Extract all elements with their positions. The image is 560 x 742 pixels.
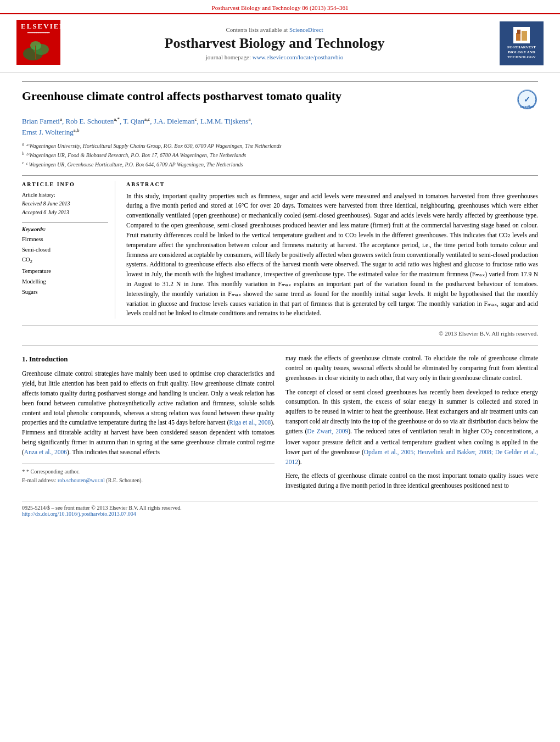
intro-para-right-2: The concept of closed or semi closed gre… xyxy=(285,388,538,467)
svg-rect-5 xyxy=(516,33,520,41)
article-body: ARTICLE INFO Article history: Received 8… xyxy=(22,175,538,319)
history-label: Article history: xyxy=(22,191,108,199)
journal-homepage: journal homepage: www.elsevier.com/locat… xyxy=(60,54,489,60)
affiliation-b: b ᵇ Wageningen UR, Food & Biobased Resea… xyxy=(22,150,538,160)
svg-text:✓: ✓ xyxy=(524,96,530,104)
doi-link[interactable]: http://dx.doi.org/10.1016/j.postharvbio.… xyxy=(22,511,136,517)
main-content: Greenhouse climate control affects posth… xyxy=(0,73,560,525)
contents-label: Contents lists available at xyxy=(226,26,288,33)
email-link[interactable]: rob.schouten@wur.nl xyxy=(58,477,105,483)
info-divider xyxy=(22,222,108,223)
footnote-corresponding: * * Corresponding author. xyxy=(22,467,275,476)
anza-ref[interactable]: Anza et al., 2006 xyxy=(24,449,67,455)
homepage-link[interactable]: www.elsevier.com/locate/postharvbio xyxy=(253,54,343,60)
introduction-section: 1. Introduction Greenhouse climate contr… xyxy=(22,354,538,495)
author-schouten: Rob E. Schouten xyxy=(65,117,114,125)
keyword-semi-closed: Semi-closed xyxy=(22,245,108,255)
header-center: Contents lists available at ScienceDirec… xyxy=(60,26,489,60)
abstract-section: ABSTRACT In this study, important qualit… xyxy=(126,181,538,319)
issn-line: 0925-5214/$ – see front matter © 2013 El… xyxy=(22,505,538,511)
keyword-firmness: Firmness xyxy=(22,235,108,245)
journal-reference-link[interactable]: Postharvest Biology and Technology 86 (2… xyxy=(212,4,349,11)
section-divider xyxy=(22,345,538,345)
riga-ref[interactable]: Riga et al., 2008 xyxy=(229,419,271,426)
intro-para-right-1: may mask the effects of greenhouse clima… xyxy=(285,354,538,383)
page-header: ELSEVIER ━━━━━━━━━━ Contents lists avail… xyxy=(0,14,560,73)
article-history: Article history: Received 8 June 2013 Ac… xyxy=(22,191,108,217)
svg-rect-6 xyxy=(522,31,527,41)
intro-para-1: Greenhouse climate control strategies ha… xyxy=(22,369,275,457)
article-info-title: ARTICLE INFO xyxy=(22,181,108,187)
keywords-section: Keywords: Firmness Semi-closed CO2 Tempe… xyxy=(22,226,108,298)
footnote-email: E-mail address: rob.schouten@wur.nl (R.E… xyxy=(22,476,275,485)
keywords-list: Firmness Semi-closed CO2 Temperature Mod… xyxy=(22,235,108,298)
elsevier-logo-container: ELSEVIER ━━━━━━━━━━ xyxy=(16,20,60,67)
journal-top-bar: Postharvest Biology and Technology 86 (2… xyxy=(0,0,560,14)
badge-icon xyxy=(513,27,530,43)
elsevier-wordmark: ELSEVIER xyxy=(21,22,56,31)
authors: Brian Farnetia, Rob E. Schoutena,*, T. Q… xyxy=(22,116,538,138)
homepage-label: journal homepage: xyxy=(206,54,251,60)
received-date: Received 8 June 2013 xyxy=(22,199,108,208)
keywords-label: Keywords: xyxy=(22,226,108,232)
intro-col-left: 1. Introduction Greenhouse climate contr… xyxy=(22,354,275,495)
footnote-section: * * Corresponding author. E-mail address… xyxy=(22,463,275,485)
sciencedirect-link[interactable]: ScienceDirect xyxy=(289,26,323,33)
author-woltering: Ernst J. Woltering xyxy=(22,128,74,136)
author-dieleman: J.A. Dieleman xyxy=(154,117,195,125)
svg-text:CrossMark: CrossMark xyxy=(520,105,534,108)
bottom-bar: 0925-5214/$ – see front matter © 2013 El… xyxy=(22,501,538,517)
svg-rect-7 xyxy=(517,30,520,34)
elsevier-subtitle: ━━━━━━━━━━ xyxy=(21,31,56,35)
affiliation-c: c ᶜ Wageningen UR, Greenhouse Horticultu… xyxy=(22,160,538,169)
article-title: Greenhouse climate control affects posth… xyxy=(22,88,511,104)
intro-col-right: may mask the effects of greenhouse clima… xyxy=(285,354,538,495)
affiliations: a ᵃ Wageningen University, Horticultural… xyxy=(22,141,538,170)
abstract-text: In this study, important quality propert… xyxy=(126,192,538,319)
crossmark[interactable]: ✓ CrossMark xyxy=(516,88,538,110)
contents-line: Contents lists available at ScienceDirec… xyxy=(60,26,489,33)
doi-line: http://dx.doi.org/10.1016/j.postharvbio.… xyxy=(22,511,538,517)
opdam-ref[interactable]: Opdam et al., 2005; Heuvelink and Bakker… xyxy=(285,449,538,465)
crossmark-icon: ✓ CrossMark xyxy=(517,90,537,109)
affiliation-a: a ᵃ Wageningen University, Horticultural… xyxy=(22,141,538,150)
dezwart-ref[interactable]: De Zwart, 2009 xyxy=(307,428,348,434)
intro-para-right-3: Here, the effects of greenhouse climate … xyxy=(285,471,538,491)
keyword-sugars: Sugars xyxy=(22,287,108,298)
article-info: ARTICLE INFO Article history: Received 8… xyxy=(22,181,115,319)
copyright: © 2013 Elsevier B.V. All rights reserved… xyxy=(22,325,538,337)
article-title-section: Greenhouse climate control affects posth… xyxy=(22,81,538,110)
badge-text: POSTHARVEST BIOLOGY AND TECHNOLOGY xyxy=(507,45,536,60)
author-farneti: Brian Farneti xyxy=(22,117,60,125)
author-tijskens: L.M.M. Tijskens xyxy=(200,117,248,125)
author-qian: T. Qian xyxy=(123,117,144,125)
keyword-temperature: Temperature xyxy=(22,266,108,277)
elsevier-plant-icon xyxy=(16,37,60,65)
intro-heading: 1. Introduction xyxy=(22,354,275,365)
journal-title: Postharvest Biology and Technology xyxy=(60,35,489,52)
abstract-title: ABSTRACT xyxy=(126,181,538,187)
elsevier-logo: ELSEVIER ━━━━━━━━━━ xyxy=(16,20,60,37)
journal-badge: POSTHARVEST BIOLOGY AND TECHNOLOGY xyxy=(500,21,544,65)
keyword-co2: CO2 xyxy=(22,255,108,266)
header-right: POSTHARVEST BIOLOGY AND TECHNOLOGY xyxy=(489,21,544,65)
keyword-modelling: Modelling xyxy=(22,277,108,287)
accepted-date: Accepted 6 July 2013 xyxy=(22,208,108,217)
